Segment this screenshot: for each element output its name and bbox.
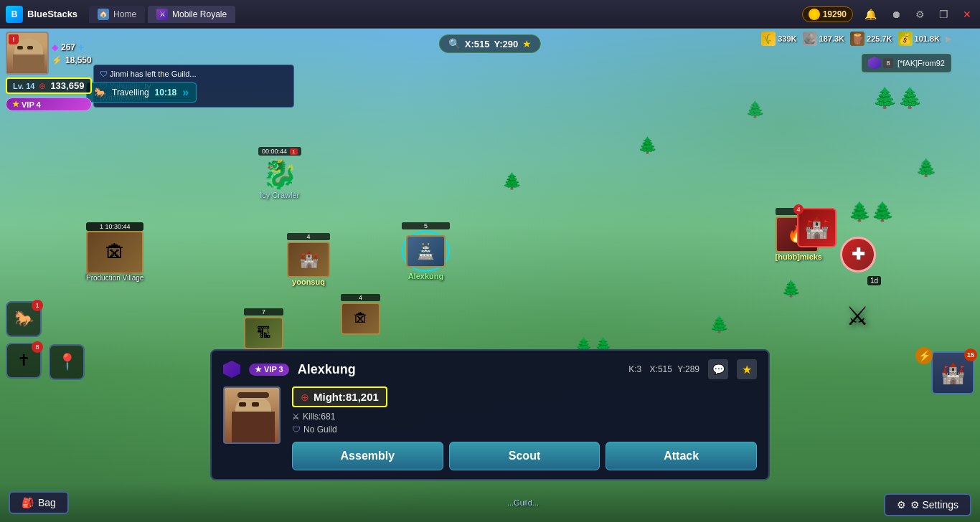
home-tab-icon: 🏠 xyxy=(98,9,109,20)
player-avatar-row: ! ◆ 267 + ⚡ 1 xyxy=(6,32,92,75)
power-icon: ⊕ xyxy=(39,81,46,91)
notification-icon[interactable]: 🔔 xyxy=(862,7,880,22)
icy-level-badge: 1 xyxy=(290,148,297,155)
lightning-value: 18,550 xyxy=(65,55,92,65)
settings-button[interactable]: ⚙ ⚙ Settings xyxy=(884,493,971,516)
popup-guild-info: 🛡 No Guild xyxy=(292,424,757,435)
add-diamond-button[interactable]: + xyxy=(78,42,84,53)
cross-timer: 1d xyxy=(867,276,881,285)
red-castle-element[interactable]: 🏰 4 xyxy=(797,208,837,247)
map-location-button[interactable]: 📍 xyxy=(49,344,85,380)
close-icon[interactable]: ✕ xyxy=(960,7,974,22)
attack-button[interactable]: Attack xyxy=(606,442,757,470)
yoonsuq-level-badge: 4 xyxy=(287,233,330,240)
tree-decoration-6: 🌲 xyxy=(710,315,729,334)
tab-home[interactable]: 🏠 Home xyxy=(89,6,145,23)
level4-badge: 4 xyxy=(341,294,380,301)
yoonsuq-element[interactable]: 4 🏰 yoonsuq xyxy=(287,233,330,286)
sword-decoration-icon: ⚔ xyxy=(846,301,869,331)
icy-timer-value: 00:00:44 xyxy=(262,148,287,155)
assembly-button[interactable]: Assembly xyxy=(292,442,443,470)
guild-shield-icon: 🛡 xyxy=(292,424,301,435)
map-pin-icon: 📍 xyxy=(57,353,77,371)
march-button[interactable]: 🐎 1 xyxy=(6,301,42,337)
lightning-stat: ⚡ 18,550 xyxy=(52,55,92,65)
location-icon-btn[interactable]: 📍 xyxy=(49,344,85,380)
red-castle-icon: 🏰 xyxy=(797,208,837,247)
player-castle-icon: 🏰 15 xyxy=(931,351,974,394)
settings-label: ⚙ Settings xyxy=(910,499,958,511)
popup-bookmark-button[interactable]: ★ xyxy=(737,359,757,379)
player-face: ! xyxy=(7,33,47,73)
building-level4[interactable]: 4 🏚 xyxy=(341,294,380,335)
popup-body: ⊕ Might:81,201 ⚔ Kills:681 🛡 No Guild As… xyxy=(223,386,757,470)
popup-x-label: X:515 xyxy=(650,364,672,374)
guild-name: No Guild xyxy=(303,424,337,435)
popup-player-name: Alexkung xyxy=(298,362,356,377)
icy-crawler-icon: 🐉 xyxy=(258,157,301,191)
bs-logo-icon: B xyxy=(6,6,23,23)
player-avatar[interactable]: ! xyxy=(6,32,49,75)
vip-star-icon: ★ xyxy=(12,100,19,109)
bs-app-title: BlueStacks xyxy=(27,9,77,19)
alliance-button[interactable]: ✝ 8 xyxy=(6,343,42,379)
horse-icon: 🐎 xyxy=(14,310,34,328)
alliance-icon: ✝ xyxy=(17,351,30,370)
icy-crawler-timer: 00:00:44 1 xyxy=(258,147,301,156)
bs-tabs: 🏠 Home ⚔ Mobile Royale xyxy=(89,6,802,23)
lightning-icon: ⚡ xyxy=(52,55,62,65)
popup-kills-label: K:3 xyxy=(628,364,641,374)
yoonsuq-player-label: yoonsuq xyxy=(287,277,330,286)
alexkung-level-badge: 5 xyxy=(402,222,450,229)
game-viewport: 🌲🌲 🌲 🌲 🌲🌲 🌲 🌲 🌲 🌲 🌲🌲 🌾 339K 🪨 187.3K 🪵 2… xyxy=(0,29,980,522)
settings-icon[interactable]: ⚙ xyxy=(913,7,928,22)
tree-decoration-2: 🌲 xyxy=(915,158,937,178)
scout-button[interactable]: Scout xyxy=(449,442,600,470)
tree-decoration-8: 🌲 xyxy=(502,172,522,191)
tab-game[interactable]: ⚔ Mobile Royale xyxy=(148,6,235,23)
restore-icon[interactable]: ❐ xyxy=(936,7,951,22)
alexkung-element[interactable]: 5 🏯 Alexkung xyxy=(402,222,450,280)
game-tab-icon: ⚔ xyxy=(156,9,168,20)
level4-building-icon: 🏚 xyxy=(341,303,380,335)
bag-icon: 🎒 xyxy=(22,497,34,508)
march-badge: 1 xyxy=(32,300,43,311)
production-level: 1 xyxy=(100,223,103,230)
production-village-icon: 🏚 xyxy=(86,231,143,274)
production-village-element[interactable]: 1 10:30:44 🏚 Production Village xyxy=(86,222,143,282)
top-hud: ! ◆ 267 + ⚡ 1 xyxy=(0,29,980,114)
bluestacks-bar: B BlueStacks 🏠 Home ⚔ Mobile Royale 1929… xyxy=(0,0,980,29)
production-time: 10:30:44 xyxy=(105,223,130,230)
bluestacks-logo: B BlueStacks xyxy=(6,6,77,23)
level7-badge: 7 xyxy=(244,308,283,315)
coin-value: 19290 xyxy=(823,9,847,19)
popup-chat-button[interactable]: 💬 xyxy=(708,359,728,379)
yoonsuq-building-icon: 🏰 xyxy=(287,242,330,277)
diamond-icon: ◆ xyxy=(52,42,58,52)
tree-decoration-5: 🌲 xyxy=(638,136,657,155)
player-popup: ★ VIP 3 Alexkung K:3 X:515 Y:289 💬 ★ xyxy=(210,349,770,480)
player-castle-element[interactable]: 🏰 15 ⚡ xyxy=(931,351,974,394)
lightning-castle-button[interactable]: ⚡ xyxy=(915,347,933,364)
popup-player-avatar xyxy=(223,386,281,444)
popup-might-display: ⊕ Might:81,201 xyxy=(292,386,387,407)
game-tab-label: Mobile Royale xyxy=(172,9,227,19)
home-tab-label: Home xyxy=(113,9,136,19)
medical-cross-badge[interactable]: ✚ xyxy=(840,237,876,272)
bag-button[interactable]: 🎒 Bag xyxy=(9,491,69,514)
popup-guild-shield-icon xyxy=(223,361,240,378)
level7-building-icon: 🏗 xyxy=(244,317,283,349)
vip-area: ★ VIP 4 xyxy=(6,98,92,111)
castle-badge: 15 xyxy=(964,348,977,361)
might-icon: ⊕ xyxy=(301,392,309,403)
coin-icon xyxy=(809,9,820,20)
left-side-icons: 🐎 1 ✝ 8 xyxy=(6,301,42,379)
vip-badge[interactable]: ★ VIP 4 xyxy=(6,98,92,111)
alexkung-selection-ring: 🏯 xyxy=(402,231,450,272)
tree-decoration-4: 🌲🌲 xyxy=(848,201,894,223)
record-icon[interactable]: ⏺ xyxy=(888,7,904,22)
popup-header: ★ VIP 3 Alexkung K:3 X:515 Y:289 💬 ★ xyxy=(223,359,757,379)
icy-crawler-element[interactable]: 00:00:44 1 🐉 Icy Crawler xyxy=(258,147,301,199)
gear-icon: ⚙ xyxy=(897,499,906,511)
popup-vip-badge: ★ VIP 3 xyxy=(249,364,289,376)
